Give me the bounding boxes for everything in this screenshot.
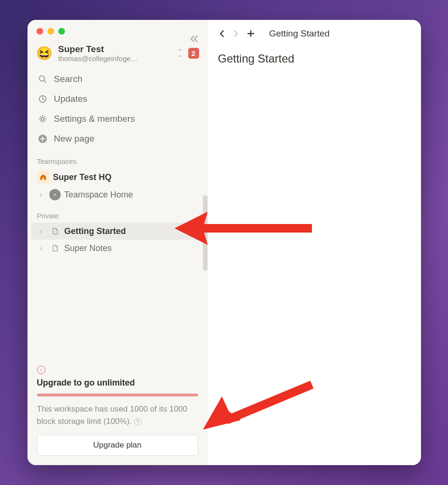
- topbar: Getting Started: [208, 20, 421, 47]
- window-controls: [27, 20, 208, 39]
- workspace-email: thomas@collegeinfoge…: [58, 54, 158, 63]
- workspace-emoji-icon: 😆: [36, 45, 53, 61]
- tree-label: Getting Started: [64, 226, 126, 236]
- breadcrumb[interactable]: Getting Started: [269, 28, 330, 39]
- upgrade-panel: ↑ Upgrade to go unlimited This workspace…: [27, 358, 208, 465]
- scrollbar-thumb[interactable]: [203, 195, 208, 271]
- sidebar-menu: Search Updates Settings & members New pa…: [27, 69, 208, 149]
- workspace-switcher[interactable]: 😆 Super Test thomas@collegeinfoge… ⌃⌄ 2: [27, 39, 208, 69]
- collapse-sidebar-icon[interactable]: [190, 34, 199, 46]
- tree-label: Super Test HQ: [53, 172, 112, 182]
- workspace-info: Super Test thomas@collegeinfoge…: [58, 44, 172, 63]
- app-window: 😆 Super Test thomas@collegeinfoge… ⌃⌄ 2 …: [27, 20, 421, 465]
- search-button[interactable]: Search: [31, 69, 204, 89]
- plus-circle-icon: [37, 133, 48, 144]
- private-header[interactable]: Private: [27, 203, 208, 223]
- chevron-updown-icon: ⌃⌄: [178, 50, 183, 57]
- teamspaces-header[interactable]: Teamspaces: [27, 149, 208, 168]
- workspace-name: Super Test: [58, 44, 172, 54]
- settings-label: Settings & members: [54, 114, 135, 124]
- page-icon: [49, 225, 61, 237]
- notification-badge[interactable]: 2: [188, 48, 199, 59]
- search-icon: [37, 73, 48, 85]
- compass-icon: [49, 189, 61, 200]
- clock-icon: [37, 93, 48, 105]
- close-window-button[interactable]: [37, 28, 43, 35]
- chevron-right-icon[interactable]: ›: [37, 244, 46, 252]
- help-icon[interactable]: ?: [134, 418, 142, 425]
- upgrade-text: This workspace has used 1000 of its 1000…: [37, 403, 198, 427]
- sidebar-item-super-test-hq[interactable]: Super Test HQ: [31, 168, 204, 186]
- storage-progress-bar: [37, 394, 198, 396]
- page-icon: [49, 242, 61, 254]
- chevron-right-icon[interactable]: ›: [37, 191, 46, 198]
- search-label: Search: [54, 74, 82, 84]
- sidebar-item-teamspace-home[interactable]: › Teamspace Home: [31, 186, 204, 203]
- minimize-window-button[interactable]: [47, 28, 54, 35]
- new-page-label: New page: [54, 134, 95, 144]
- chevron-right-icon[interactable]: ›: [37, 227, 46, 235]
- tree-label: Teamspace Home: [64, 190, 133, 200]
- sidebar-item-super-notes[interactable]: › Super Notes: [31, 240, 204, 257]
- gear-icon: [37, 113, 48, 125]
- new-tab-button[interactable]: [247, 29, 255, 38]
- upgrade-arrow-icon: ↑: [37, 366, 46, 374]
- upgrade-title: Upgrade to go unlimited: [37, 378, 198, 388]
- updates-button[interactable]: Updates: [31, 89, 204, 109]
- settings-button[interactable]: Settings & members: [31, 109, 204, 129]
- sidebar-item-getting-started[interactable]: › Getting Started: [31, 223, 204, 240]
- home-icon: [37, 171, 49, 183]
- maximize-window-button[interactable]: [58, 28, 65, 35]
- upgrade-plan-button[interactable]: Upgrade plan: [37, 435, 198, 456]
- tree-label: Super Notes: [64, 243, 112, 253]
- sidebar: 😆 Super Test thomas@collegeinfoge… ⌃⌄ 2 …: [27, 20, 208, 465]
- svg-point-2: [41, 117, 44, 120]
- updates-label: Updates: [54, 94, 88, 104]
- new-page-button[interactable]: New page: [31, 129, 204, 149]
- main-content: Getting Started Getting Started: [208, 20, 421, 465]
- page-title[interactable]: Getting Started: [208, 47, 421, 70]
- nav-forward-button[interactable]: [232, 30, 240, 37]
- nav-back-button[interactable]: [218, 30, 226, 37]
